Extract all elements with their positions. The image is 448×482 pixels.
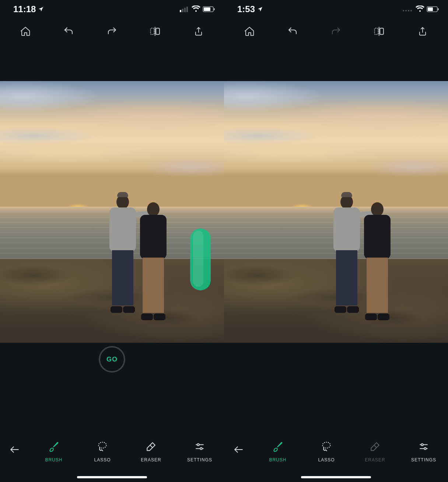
settings-icon <box>418 441 430 454</box>
bottom-toolbar: BRUSH LASSO ERASER SETTINGS <box>0 434 224 482</box>
screenshot-right: 1:53 <box>224 0 448 482</box>
home-button[interactable] <box>13 22 38 41</box>
tool-settings-label: SETTINGS <box>411 457 436 462</box>
tool-settings-label: SETTINGS <box>187 457 212 462</box>
home-button[interactable] <box>237 22 262 41</box>
status-time: 1:53 <box>237 4 255 14</box>
location-icon <box>257 4 263 14</box>
status-bar: 11:18 <box>0 0 224 18</box>
tool-brush[interactable]: BRUSH <box>253 441 302 462</box>
tool-lasso[interactable]: LASSO <box>302 441 351 462</box>
svg-rect-7 <box>150 28 154 35</box>
go-button-label: GO <box>106 356 118 363</box>
home-indicator[interactable] <box>77 476 147 478</box>
cellular-icon <box>180 4 189 14</box>
subject-person-1 <box>105 195 140 317</box>
svg-point-15 <box>200 448 202 450</box>
tool-brush-label: BRUSH <box>45 457 62 462</box>
compare-button[interactable] <box>143 22 168 41</box>
canvas-area[interactable] <box>224 44 448 434</box>
tool-eraser-label: ERASER <box>365 457 385 462</box>
share-button[interactable] <box>186 22 211 41</box>
tool-eraser: ERASER <box>351 441 399 462</box>
tool-brush[interactable]: BRUSH <box>29 441 78 462</box>
svg-point-17 <box>405 10 407 11</box>
tool-lasso-label: LASSO <box>94 457 111 462</box>
bottom-toolbar: BRUSH LASSO ERASER SETTINGS <box>224 434 448 482</box>
svg-rect-21 <box>428 7 433 11</box>
svg-point-19 <box>410 10 412 11</box>
eraser-icon <box>369 441 381 454</box>
subject-person-2 <box>361 202 394 317</box>
top-toolbar <box>224 18 448 44</box>
svg-point-13 <box>197 444 199 446</box>
tool-settings[interactable]: SETTINGS <box>399 441 448 462</box>
go-button[interactable]: GO <box>99 346 125 373</box>
redo-button <box>323 22 349 41</box>
top-toolbar <box>0 18 224 44</box>
svg-rect-6 <box>214 8 215 10</box>
svg-rect-2 <box>184 8 186 12</box>
photo-canvas[interactable] <box>0 81 224 343</box>
svg-rect-0 <box>180 10 181 12</box>
svg-point-31 <box>424 448 426 450</box>
wifi-icon <box>192 4 200 14</box>
wifi-icon <box>416 4 424 14</box>
lasso-icon <box>321 441 332 454</box>
share-button[interactable] <box>410 22 435 41</box>
tool-lasso[interactable]: LASSO <box>78 441 127 462</box>
undo-button[interactable] <box>56 22 81 41</box>
redo-button[interactable] <box>99 22 125 41</box>
settings-icon <box>194 441 206 454</box>
canvas-area[interactable]: GO <box>0 44 224 434</box>
svg-point-18 <box>408 10 409 11</box>
status-bar: 1:53 <box>224 0 448 18</box>
svg-rect-22 <box>438 8 439 10</box>
tool-settings[interactable]: SETTINGS <box>175 441 224 462</box>
subject-person-1 <box>329 195 364 317</box>
tool-eraser-label: ERASER <box>141 457 161 462</box>
battery-icon <box>203 4 215 14</box>
battery-icon <box>427 4 439 14</box>
tool-lasso-label: LASSO <box>318 457 335 462</box>
lasso-icon <box>97 441 108 454</box>
cellular-dots-icon <box>402 4 413 14</box>
brush-icon <box>272 441 284 454</box>
svg-rect-3 <box>186 7 188 12</box>
svg-point-27 <box>322 442 330 448</box>
home-indicator[interactable] <box>301 476 371 478</box>
svg-point-11 <box>98 442 106 448</box>
tool-eraser[interactable]: ERASER <box>127 441 175 462</box>
eraser-icon <box>145 441 157 454</box>
svg-point-16 <box>403 10 404 11</box>
svg-rect-8 <box>156 28 160 35</box>
svg-rect-23 <box>374 28 378 35</box>
status-time: 11:18 <box>13 4 36 14</box>
subject-person-2 <box>137 202 170 317</box>
undo-button[interactable] <box>280 22 305 41</box>
back-button[interactable] <box>0 441 29 455</box>
svg-rect-24 <box>380 28 384 35</box>
svg-point-29 <box>421 444 423 446</box>
svg-rect-5 <box>204 7 210 11</box>
svg-rect-1 <box>182 9 183 12</box>
location-icon <box>38 4 44 14</box>
screenshot-left: 11:18 <box>0 0 224 482</box>
brush-icon <box>48 441 60 454</box>
tool-brush-label: BRUSH <box>269 457 286 462</box>
back-button[interactable] <box>224 441 253 455</box>
compare-button[interactable] <box>367 22 392 41</box>
brush-stroke-overlay <box>190 228 211 290</box>
photo-canvas[interactable] <box>224 81 448 343</box>
